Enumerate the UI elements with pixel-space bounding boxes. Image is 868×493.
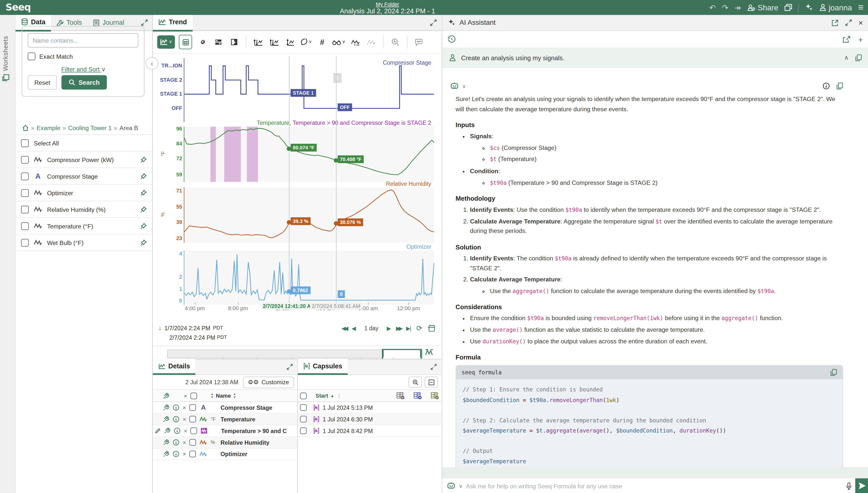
breadcrumb-cooling-tower[interactable]: Cooling Tower 1 [68,124,112,131]
annotate-button[interactable] [413,36,425,49]
user-menu[interactable]: joanna [820,4,852,12]
copy-icon[interactable] [836,83,843,90]
column-menu-icon[interactable]: ⋮ [337,393,342,399]
info-icon[interactable] [173,404,179,411]
signal-checkbox[interactable] [21,239,29,246]
range-start[interactable]: 1/7/2024 2:24 PM [164,324,210,331]
signal-checkbox[interactable] [21,189,29,196]
chart-cursor[interactable] [336,56,337,303]
trend-lane-optimizer[interactable] [184,251,434,305]
list-item[interactable]: Compressor Power (kW) [15,152,152,168]
remove-all-icon[interactable]: × [184,392,187,399]
tab-capsules[interactable]: Capsules [298,359,348,375]
remove-icon[interactable]: × [184,427,187,434]
table-row[interactable]: × Optimizer [153,448,297,460]
sort-icon[interactable]: ▲▼ [210,393,214,399]
row-checkbox[interactable] [189,451,196,457]
agent-caret-icon[interactable]: ∨ [459,483,463,489]
autoscale-y-button[interactable] [252,36,264,49]
ai-conversation[interactable]: ∨ Sure! Let's create an analysis using y… [442,76,868,478]
folder-breadcrumb-link[interactable]: My Folder [376,1,399,7]
selection-left-handle[interactable] [382,349,384,357]
copy-icon[interactable] [855,54,862,61]
start-column-header[interactable]: Start [316,393,328,399]
list-item[interactable]: A Compressor Stage [15,168,152,185]
samples-button[interactable] [365,36,378,49]
capsule-row[interactable]: 1 Jul 2024 6:30 PM [298,414,441,425]
collapse-panel-chevron[interactable]: ‹ [146,57,158,70]
row-checkbox[interactable] [189,439,196,446]
auto-update-icon[interactable] [427,324,436,332]
gridlines-button[interactable]: # [316,36,328,49]
add-stat-column-icon[interactable] [413,392,422,399]
details-select-all-checkbox[interactable] [191,392,197,399]
rocket-icon[interactable] [163,439,169,446]
table-row[interactable]: × % Relative Humidity [153,437,297,448]
tab-details[interactable]: Details [153,359,196,375]
info-icon[interactable] [173,451,179,457]
close-icon[interactable]: × [859,18,863,27]
range-duration[interactable]: 1 day [364,324,379,331]
details-expand-icon[interactable] [287,364,293,370]
signal-checkbox[interactable] [21,222,29,230]
worksheets-overview-icon[interactable] [784,4,792,11]
filter-and-sort-link[interactable]: Filter and Sort ∨ [61,66,107,73]
microphone-icon[interactable] [846,482,852,490]
fixed-scale-y-button[interactable] [268,36,280,49]
history-icon[interactable] [448,36,456,43]
remove-icon[interactable]: × [183,404,186,411]
overview-signal-icon[interactable] [425,348,433,356]
seeq-logo[interactable]: Seeq [5,2,31,13]
new-chat-icon[interactable]: + [858,35,863,44]
step-forward-icon[interactable]: ▶ [387,325,391,331]
step-back-much-icon[interactable]: ◀◀ [342,325,347,331]
select-all-row[interactable]: Select All [15,134,152,151]
sort-icon[interactable]: ▲▼ [233,393,236,399]
labels-button[interactable]: ∨ [300,36,312,49]
worksheets-rail[interactable]: Worksheets [0,15,15,493]
trend-lane-temperature[interactable] [184,127,434,182]
name-column-header[interactable]: Name [216,393,231,399]
list-item[interactable]: Optimizer [15,185,152,201]
rocket-icon[interactable] [163,416,169,423]
capsules-expand-icon[interactable] [431,364,437,370]
remove-icon[interactable]: × [183,416,186,423]
undo-icon[interactable]: ↶ [709,4,716,12]
compare-view-button[interactable] [228,36,240,49]
remove-icon[interactable]: × [183,451,186,457]
pin-icon[interactable] [140,173,147,179]
step-forward-much-icon[interactable]: ▶▶ [396,325,401,331]
overview-selection[interactable] [382,349,422,360]
tab-trend[interactable]: Trend [153,14,193,31]
info-icon[interactable] [173,416,179,423]
exact-match-checkbox[interactable] [28,52,36,60]
pin-icon[interactable] [140,222,147,229]
signal-checkbox[interactable] [21,206,29,213]
row-checkbox[interactable] [300,416,307,423]
row-checkbox[interactable] [191,427,197,434]
share-button[interactable]: Share [747,4,779,12]
pin-icon[interactable] [140,156,147,163]
range-end[interactable]: 2/7/2024 2:24 PM [169,334,215,341]
open-external-icon[interactable] [831,19,839,26]
expand-icon[interactable] [845,19,852,26]
chart-cursor[interactable] [289,56,289,303]
row-checkbox[interactable] [300,404,307,411]
redo-all-icon[interactable]: ↠ [734,4,741,12]
refresh-icon[interactable]: ⟳ [417,324,422,332]
hamburger-menu-icon[interactable]: ≡ [858,3,864,12]
reset-button[interactable]: Reset [28,75,57,90]
overview-track[interactable] [167,349,423,359]
collapse-message-icon[interactable]: ∧ [844,54,849,61]
ai-input-placeholder[interactable]: Ask me for help on writing Seeq Formula … [466,483,843,489]
zoom-button[interactable] [389,36,401,49]
capsule-row[interactable]: 1 Jul 2024 5:13 PM [298,402,441,414]
lanes-button[interactable] [212,36,224,49]
pan-y-button[interactable] [284,36,296,49]
remove-icon[interactable]: × [183,439,186,446]
table-row[interactable]: × A Compressor Stage [153,402,297,414]
row-checkbox[interactable] [189,404,196,411]
data-panel-expand-icon[interactable] [141,19,148,26]
view-mode-button[interactable]: ∨ [157,36,175,49]
binoculars-button[interactable]: ∨ [332,36,345,49]
